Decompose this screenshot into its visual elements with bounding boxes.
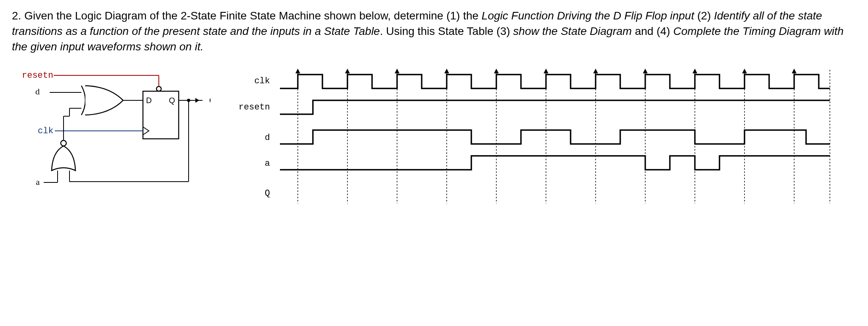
clk-label: clk: [38, 126, 54, 136]
a-wave: [280, 156, 830, 170]
svg-point-0: [61, 140, 66, 146]
logic-diagram: resetn d D Q clk: [12, 67, 210, 200]
q-number: 2.: [12, 10, 24, 22]
ff-D-label: D: [146, 96, 152, 105]
timing-clk-label: clk: [254, 76, 270, 86]
q-part1: Logic Function Driving the D Flip Flop i…: [482, 10, 694, 22]
resetn-label: resetn: [22, 71, 53, 81]
q-part3: show the State Diagram: [513, 25, 632, 37]
clk-wave: [280, 75, 830, 88]
timing-a-label: a: [265, 159, 270, 169]
Q-output-label: Q: [209, 95, 210, 105]
timing-Q-label: Q: [265, 188, 270, 198]
q-mid1: (2): [694, 10, 714, 22]
nor-gate: [52, 140, 75, 171]
d-label: d: [35, 86, 40, 96]
d-wave: [280, 130, 830, 144]
q-arrow: [195, 98, 199, 103]
question-text: 2. Given the Logic Diagram of the 2-Stat…: [12, 8, 856, 55]
figures-row: resetn d D Q clk: [12, 67, 856, 212]
resetn-wave: [280, 100, 830, 114]
xor-gate: [81, 86, 123, 115]
timing-diagram: clk resetn d a Q: [234, 67, 838, 212]
timing-d-label: d: [265, 133, 270, 143]
ff-Q-label: Q: [169, 96, 175, 105]
q-mid3: and (4): [632, 25, 673, 37]
q-mid2: . Using this State Table (3): [380, 25, 513, 37]
timing-resetn-label: resetn: [239, 102, 270, 112]
a-label: a: [36, 177, 40, 187]
resetn-bubble: [156, 86, 161, 91]
q-lead: Given the Logic Diagram of the 2-State F…: [24, 10, 482, 22]
